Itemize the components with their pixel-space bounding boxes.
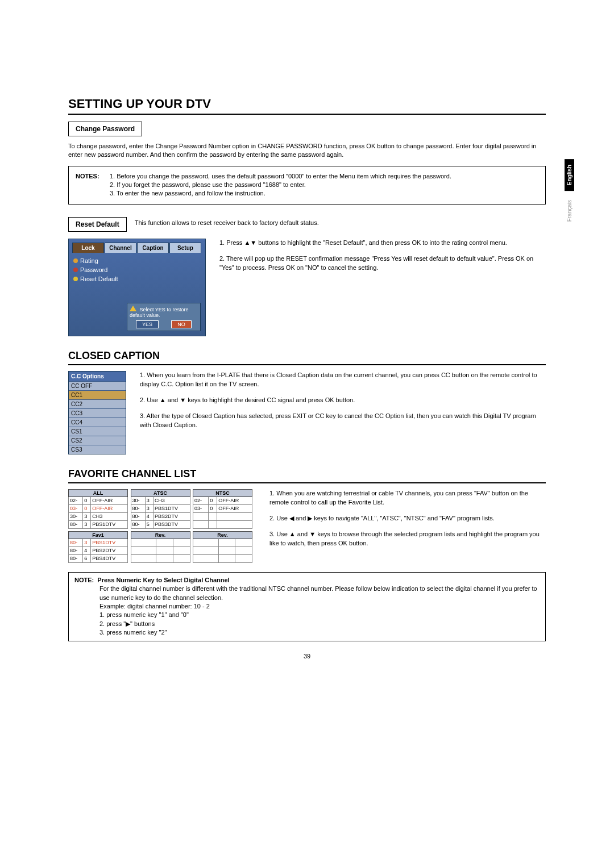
osd-item-password: Password — [73, 265, 201, 274]
cc-opt-cc3: CC3 — [69, 408, 126, 418]
favorite-channel-title: FAVORITE CHANNEL LIST — [68, 468, 546, 483]
reset-tv-screenshot: Lock Channel Caption Setup Rating Passwo… — [68, 239, 206, 336]
note-3: 3. To enter the new password, and follow… — [76, 189, 538, 198]
note-line-1: 1. press numeric key "1" and "0" — [99, 611, 189, 618]
cc-opt-cs3: CS3 — [69, 445, 126, 454]
table-atsc: ATSC 30-3CH3 80-3PBS1DTV 80-4PBS2DTV 80-… — [131, 489, 190, 529]
notes-box: NOTES: 1. Before you change the password… — [68, 166, 546, 205]
reset-default-label: Reset Default — [68, 217, 127, 232]
cc-opt-cs2: CS2 — [69, 436, 126, 445]
manual-page: SETTING UP YOUR DTV Change Password To c… — [0, 0, 614, 868]
osd-confirm-dialog: Select YES to restore default value. YES… — [127, 303, 201, 331]
cc-opt-cc4: CC4 — [69, 418, 126, 427]
osd-tab-lock: Lock — [72, 243, 104, 253]
reset-step-1: 1. Press ▲▼ buttons to highlight the "Re… — [219, 239, 546, 248]
change-password-label: Change Password — [68, 122, 142, 136]
dialog-no-button: NO — [171, 320, 192, 328]
table-fav1: Fav1 80-3PBS1DTV 80-4PBS2DTV 80-6PBS4DTV — [68, 531, 128, 563]
note-lead: NOTE: — [74, 577, 94, 583]
note-heading: Press Numeric Key to Select Digital Chan… — [97, 577, 229, 583]
table-ntsc: NTSC 02-0OFF-AIR 03-0OFF-AIR — [193, 489, 252, 529]
page-title: SETTING UP YOUR DTV — [68, 97, 546, 115]
numeric-key-note: NOTE: Press Numeric Key to Select Digita… — [68, 572, 546, 641]
note-example: Example: digital channel number: 10 - 2 — [99, 603, 210, 610]
reset-step-2: 2. There will pop up the RESET confirmat… — [219, 254, 546, 273]
lang-tab-francais: Français — [565, 194, 574, 227]
language-tabs: English Français — [565, 159, 574, 231]
cc-opt-off: CC OFF — [69, 381, 126, 390]
change-password-text: To change password, enter the Change Pas… — [68, 142, 546, 159]
cc-opt-cc2: CC2 — [69, 399, 126, 408]
notes-lead: NOTES: — [76, 172, 110, 181]
cc-step-2: 2. Use ▲ and ▼ keys to highlight the des… — [140, 396, 546, 405]
fav-step-1: 1. When you are watching terrestrial or … — [269, 489, 546, 507]
note-body: For the digital channel number is differ… — [99, 585, 537, 600]
osd-tab-channel: Channel — [105, 243, 136, 253]
osd-tab-caption: Caption — [137, 243, 169, 253]
favorite-tables-screenshot: ALL 02-0OFF-AIR 03-0OFF-AIR 30-3CH3 80-3… — [68, 489, 256, 565]
osd-item-rating: Rating — [73, 256, 201, 265]
cc-step-1: 1. When you learn from the I-PLATE that … — [140, 371, 546, 389]
fav-step-3: 3. Use ▲ and ▼ keys to browse through th… — [269, 530, 546, 548]
warning-icon — [130, 306, 136, 311]
cc-step-3: 3. After the type of Closed Caption has … — [140, 412, 546, 430]
cc-options-header: C.C Options — [69, 372, 126, 381]
note-line-3: 3. press numeric key "2" — [99, 629, 167, 636]
cc-options-screenshot: C.C Options CC OFF CC1 CC2 CC3 CC4 CS1 C… — [68, 371, 126, 454]
note-1: 1. Before you change the password, uses … — [110, 172, 451, 181]
note-2: 2. If you forget the password, please us… — [76, 181, 538, 189]
note-line-2: 2. press "▶" buttons — [99, 620, 155, 627]
cc-opt-cc1: CC1 — [69, 390, 126, 399]
dialog-yes-button: YES — [136, 320, 159, 328]
table-all: ALL 02-0OFF-AIR 03-0OFF-AIR 30-3CH3 80-3… — [68, 489, 128, 529]
fav-step-2: 2. Use ◀ and ▶ keys to navigate "ALL", "… — [269, 514, 546, 523]
closed-caption-title: CLOSED CAPTION — [68, 350, 546, 365]
osd-item-reset: Reset Default — [73, 274, 201, 283]
lang-tab-english: English — [565, 159, 574, 191]
cc-opt-cs1: CS1 — [69, 427, 126, 436]
table-rev2: Rev. — [193, 531, 252, 563]
dialog-message: Select YES to restore default value. — [130, 307, 188, 318]
osd-tab-setup: Setup — [169, 243, 201, 253]
reset-default-desc: This function allows to reset receiver b… — [135, 217, 319, 226]
page-number: 39 — [68, 653, 546, 660]
table-rev1: Rev. — [131, 531, 190, 563]
